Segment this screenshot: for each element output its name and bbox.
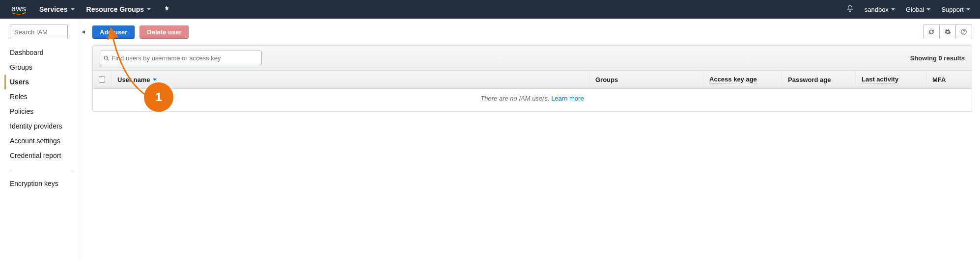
aws-smile-icon <box>10 12 28 15</box>
sidebar-collapse-column: ◂ <box>79 19 87 261</box>
help-icon <box>960 28 967 35</box>
support-menu[interactable]: Support <box>941 6 970 13</box>
th-keyage-label: Access key age <box>709 76 757 83</box>
account-label: sandbox <box>865 6 889 13</box>
search-icon <box>103 55 110 61</box>
svg-point-2 <box>104 56 108 59</box>
notifications-icon[interactable] <box>846 5 854 14</box>
help-button[interactable] <box>955 25 972 39</box>
caret-down-icon <box>926 8 930 10</box>
region-label: Global <box>906 6 924 13</box>
th-mfa[interactable]: MFA <box>926 71 972 88</box>
learn-more-link[interactable]: Learn more <box>551 95 584 102</box>
sidebar-item-users[interactable]: Users <box>4 75 74 89</box>
account-menu[interactable]: sandbox <box>865 6 895 13</box>
resource-groups-label: Resource Groups <box>86 5 144 13</box>
caret-down-icon <box>71 8 75 10</box>
gear-icon <box>944 28 951 35</box>
th-username[interactable]: User name <box>112 71 589 88</box>
sidebar-item-dashboard[interactable]: Dashboard <box>10 45 74 60</box>
search-users-input[interactable] <box>112 54 258 62</box>
aws-logo[interactable]: aws <box>10 4 28 15</box>
users-panel: Showing 0 results User name Groups Acces… <box>92 45 972 112</box>
th-password-age[interactable]: Password age <box>782 71 856 88</box>
th-access-key-age[interactable]: Access key age <box>703 71 782 88</box>
settings-button[interactable] <box>939 25 956 39</box>
sidebar-item-roles[interactable]: Roles <box>10 89 74 104</box>
th-username-label: User name <box>117 76 150 83</box>
pin-icon[interactable] <box>163 5 169 14</box>
refresh-icon <box>928 28 935 35</box>
th-pwdage-label: Password age <box>788 76 831 83</box>
search-users-wrapper <box>100 51 262 65</box>
search-iam-input[interactable] <box>10 25 68 39</box>
th-groups-label: Groups <box>595 76 618 83</box>
services-label: Services <box>39 5 68 13</box>
sort-descending-icon <box>153 78 157 81</box>
empty-text: There are no IAM users. <box>480 95 551 102</box>
table-header: User name Groups Access key age Password… <box>93 71 972 89</box>
svg-line-3 <box>107 59 109 60</box>
sidebar: Dashboard Groups Users Roles Policies Id… <box>0 19 79 261</box>
topnav: aws Services Resource Groups sandbox Glo… <box>0 0 980 19</box>
sidebar-item-groups[interactable]: Groups <box>10 60 74 75</box>
th-groups[interactable]: Groups <box>589 71 703 88</box>
select-all-checkbox[interactable] <box>99 77 105 83</box>
sidebar-nav-secondary: Encryption keys <box>10 176 74 191</box>
sidebar-item-identity-providers[interactable]: Identity providers <box>10 119 74 133</box>
empty-state: There are no IAM users. Learn more <box>93 89 972 111</box>
support-label: Support <box>941 6 964 13</box>
add-user-button[interactable]: Add user <box>92 26 135 39</box>
sidebar-item-account-settings[interactable]: Account settings <box>10 133 74 148</box>
resource-groups-menu[interactable]: Resource Groups <box>86 5 151 13</box>
sidebar-nav: Dashboard Groups Users Roles Policies Id… <box>10 45 74 163</box>
sidebar-item-policies[interactable]: Policies <box>10 104 74 119</box>
svg-point-1 <box>963 33 964 33</box>
caret-down-icon <box>147 8 151 10</box>
sidebar-divider <box>10 170 74 170</box>
caret-down-icon <box>891 8 895 10</box>
refresh-button[interactable] <box>923 25 940 39</box>
sidebar-item-credential-report[interactable]: Credential report <box>10 148 74 163</box>
collapse-sidebar-icon[interactable]: ◂ <box>82 27 85 35</box>
th-last-activity[interactable]: Last activity <box>856 71 926 88</box>
th-mfa-label: MFA <box>932 76 946 83</box>
caret-down-icon <box>966 8 970 10</box>
main-content: Add user Delete user <box>87 19 980 261</box>
annotation-step-1: 1 <box>144 82 173 112</box>
results-count: Showing 0 results <box>910 54 965 62</box>
sidebar-item-encryption-keys[interactable]: Encryption keys <box>10 176 74 191</box>
services-menu[interactable]: Services <box>39 5 75 13</box>
panel-toolbar: Showing 0 results <box>93 46 972 71</box>
delete-user-button[interactable]: Delete user <box>140 26 189 39</box>
region-menu[interactable]: Global <box>906 6 931 13</box>
annotation-step-number: 1 <box>155 90 162 104</box>
th-last-label: Last activity <box>862 76 898 83</box>
th-checkbox <box>93 71 112 88</box>
